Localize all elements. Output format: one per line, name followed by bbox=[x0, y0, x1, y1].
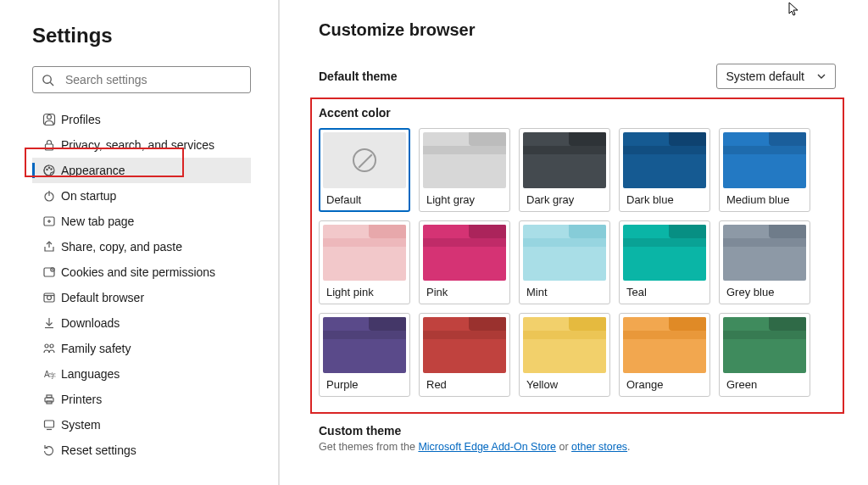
svg-point-7 bbox=[48, 167, 49, 168]
swatch-preview bbox=[623, 317, 706, 373]
svg-point-2 bbox=[47, 115, 52, 120]
nav-item-cookies[interactable]: Cookies and site permissions bbox=[32, 259, 251, 285]
reset-icon bbox=[42, 443, 61, 457]
nav-label: New tab page bbox=[61, 215, 134, 228]
swatch-label: Purple bbox=[323, 378, 406, 391]
nav-item-reset[interactable]: Reset settings bbox=[32, 438, 251, 463]
accent-swatch-medium-blue[interactable]: Medium blue bbox=[719, 128, 810, 212]
swatch-preview bbox=[623, 132, 706, 188]
accent-color-grid: DefaultLight grayDark grayDark blueMediu… bbox=[319, 128, 836, 397]
svg-rect-28 bbox=[45, 421, 54, 427]
accent-swatch-dark-blue[interactable]: Dark blue bbox=[619, 128, 710, 212]
svg-point-22 bbox=[50, 344, 53, 348]
nav-item-default-browser[interactable]: Default browser bbox=[32, 285, 251, 310]
accent-swatch-light-pink[interactable]: Light pink bbox=[319, 220, 410, 304]
custom-theme-description: Get themes from the Microsoft Edge Add-O… bbox=[319, 441, 836, 453]
family-icon bbox=[42, 342, 61, 355]
nav-label: Languages bbox=[61, 367, 120, 381]
custom-theme-section: Custom theme Get themes from the Microso… bbox=[319, 424, 836, 453]
swatch-preview bbox=[523, 132, 606, 188]
svg-point-17 bbox=[47, 296, 52, 300]
nav-item-privacy[interactable]: Privacy, search, and services bbox=[32, 132, 251, 158]
nav-item-downloads[interactable]: Downloads bbox=[32, 310, 251, 336]
nav-label: Privacy, search, and services bbox=[61, 138, 214, 152]
swatch-preview bbox=[723, 225, 806, 281]
nav-label: On startup bbox=[61, 189, 116, 203]
newtab-icon bbox=[42, 215, 61, 228]
accent-swatch-pink[interactable]: Pink bbox=[419, 220, 510, 304]
language-icon: A字 bbox=[42, 367, 61, 381]
nav-item-system[interactable]: System bbox=[32, 412, 251, 438]
nav-label: Share, copy, and paste bbox=[61, 240, 182, 254]
accent-swatch-mint[interactable]: Mint bbox=[519, 220, 610, 304]
share-icon bbox=[42, 240, 61, 254]
default-theme-row: Default theme System default bbox=[319, 64, 836, 89]
nav-item-printers[interactable]: Printers bbox=[32, 387, 251, 412]
svg-point-8 bbox=[51, 169, 52, 170]
download-icon bbox=[42, 316, 61, 330]
cookies-icon bbox=[42, 265, 61, 279]
addon-store-link[interactable]: Microsoft Edge Add-On Store bbox=[418, 441, 556, 453]
swatch-preview bbox=[723, 132, 806, 188]
accent-swatch-light-gray[interactable]: Light gray bbox=[419, 128, 510, 212]
swatch-preview bbox=[323, 225, 406, 281]
nav-label: Appearance bbox=[61, 164, 125, 177]
search-icon bbox=[42, 74, 57, 86]
accent-color-label: Accent color bbox=[319, 106, 836, 120]
accent-swatch-yellow[interactable]: Yellow bbox=[519, 313, 610, 397]
profile-icon bbox=[42, 113, 61, 126]
swatch-preview bbox=[723, 317, 806, 373]
other-stores-link[interactable]: other stores bbox=[571, 441, 627, 453]
accent-swatch-green[interactable]: Green bbox=[719, 313, 810, 397]
svg-point-0 bbox=[43, 75, 51, 82]
swatch-label: Light gray bbox=[423, 193, 506, 206]
no-entry-icon bbox=[353, 148, 376, 172]
accent-swatch-purple[interactable]: Purple bbox=[319, 313, 410, 397]
swatch-label: Dark gray bbox=[523, 193, 606, 206]
swatch-label: Light pink bbox=[323, 286, 406, 298]
nav-item-share[interactable]: Share, copy, and paste bbox=[32, 234, 251, 259]
swatch-label: Medium blue bbox=[723, 193, 806, 206]
svg-rect-26 bbox=[47, 395, 52, 398]
accent-swatch-grey-blue[interactable]: Grey blue bbox=[719, 220, 810, 304]
swatch-preview bbox=[423, 317, 506, 373]
swatch-label: Teal bbox=[623, 286, 706, 298]
accent-swatch-red[interactable]: Red bbox=[419, 313, 510, 397]
accent-swatch-teal[interactable]: Teal bbox=[619, 220, 710, 304]
default-theme-label: Default theme bbox=[319, 70, 398, 83]
swatch-preview bbox=[423, 132, 506, 188]
customize-heading: Customize browser bbox=[319, 20, 836, 40]
power-icon bbox=[42, 189, 61, 203]
nav-label: Default browser bbox=[61, 291, 144, 304]
accent-swatch-orange[interactable]: Orange bbox=[619, 313, 710, 397]
svg-line-1 bbox=[50, 82, 53, 86]
settings-title: Settings bbox=[32, 24, 253, 47]
swatch-label: Default bbox=[323, 193, 406, 206]
default-theme-value: System default bbox=[726, 70, 804, 83]
swatch-label: Mint bbox=[523, 286, 606, 298]
nav-item-appearance[interactable]: Appearance bbox=[32, 158, 251, 183]
swatch-preview bbox=[423, 225, 506, 281]
svg-rect-4 bbox=[46, 144, 53, 150]
swatch-label: Red bbox=[423, 378, 506, 391]
nav-item-profiles[interactable]: Profiles bbox=[32, 107, 251, 132]
nav-label: Reset settings bbox=[61, 443, 136, 457]
nav-item-languages[interactable]: A字 Languages bbox=[32, 361, 251, 387]
swatch-preview bbox=[323, 317, 406, 373]
accent-swatch-dark-gray[interactable]: Dark gray bbox=[519, 128, 610, 212]
search-settings-box[interactable] bbox=[32, 66, 251, 93]
swatch-preview bbox=[623, 225, 706, 281]
search-settings-input[interactable] bbox=[65, 73, 242, 86]
default-theme-dropdown[interactable]: System default bbox=[716, 64, 836, 89]
lock-icon bbox=[42, 138, 61, 152]
svg-point-6 bbox=[47, 169, 47, 170]
nav-item-family[interactable]: Family safety bbox=[32, 336, 251, 361]
svg-point-21 bbox=[45, 344, 48, 348]
accent-swatch-default[interactable]: Default bbox=[319, 128, 410, 212]
nav-item-newtab[interactable]: New tab page bbox=[32, 209, 251, 234]
nav-item-onstartup[interactable]: On startup bbox=[32, 183, 251, 209]
printer-icon bbox=[42, 393, 61, 406]
swatch-label: Dark blue bbox=[623, 193, 706, 206]
nav-label: Cookies and site permissions bbox=[61, 265, 215, 279]
settings-nav: Profiles Privacy, search, and services A… bbox=[32, 107, 251, 463]
